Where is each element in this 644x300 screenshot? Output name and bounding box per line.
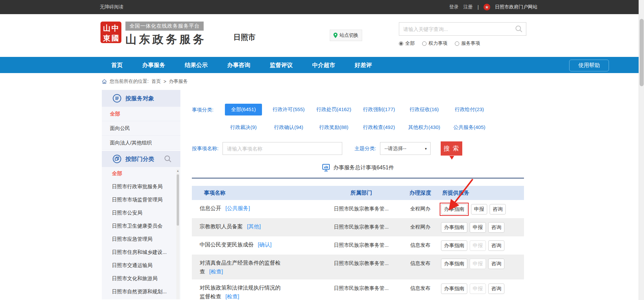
dept-item[interactable]: 日照市卫生健康委员会 — [102, 220, 180, 233]
help-button[interactable]: 使用帮助 — [569, 60, 609, 71]
guide-button[interactable]: 办事指南 — [441, 204, 467, 214]
sidebar-scroll-thumb[interactable] — [177, 174, 179, 226]
table-row: 对清真食品生产经营条件的监督检查 [检查] 日照市民族宗教事务管... 信息发布… — [192, 255, 524, 279]
sidebar-item-citizen[interactable]: 面向公民 — [102, 121, 180, 136]
brand-title: 山东政务服务 — [125, 32, 206, 47]
guide-button[interactable]: 办事指南 — [441, 284, 467, 294]
topic-select[interactable]: --请选择-- ▼ — [380, 142, 431, 155]
nav-item-supervision[interactable]: 监督评议 — [270, 61, 293, 69]
category-chip[interactable]: 行政征收(16) — [408, 104, 441, 115]
item-tag-link[interactable]: [确认] — [258, 240, 271, 249]
category-chip-all[interactable]: 全部(6451) — [225, 104, 262, 115]
apply-button-disabled: 申报 — [470, 259, 486, 269]
category-chip[interactable]: 行政检查(492) — [361, 122, 397, 133]
sidebar-item-all[interactable]: 全部 — [102, 107, 180, 121]
breadcrumb-current[interactable]: 办事服务 — [169, 78, 188, 85]
nav-item-rating[interactable]: 好差评 — [355, 61, 372, 69]
accessibility-link[interactable]: 无障碍阅读 — [100, 4, 123, 10]
home-icon — [102, 79, 107, 84]
dept-item-all[interactable]: 全部 — [102, 167, 180, 180]
login-link[interactable]: 登录 — [449, 4, 459, 10]
scroll-up-arrow-icon[interactable]: ▲ — [176, 169, 179, 173]
search-icon[interactable] — [515, 25, 523, 33]
nav-item-intermediary[interactable]: 中介超市 — [312, 61, 335, 69]
item-tag-link[interactable]: [其他] — [247, 222, 261, 231]
category-chip[interactable]: 公共服务(405) — [451, 122, 487, 133]
item-name-link[interactable]: 中国公民变更民族成份 — [200, 242, 254, 247]
topic-label: 主题分类: — [354, 145, 376, 152]
dept-item[interactable]: 日照市应急管理局 — [102, 233, 180, 246]
scope-service-radio[interactable] — [455, 41, 459, 46]
item-tag-link[interactable]: [检查] — [225, 292, 239, 300]
portal-link[interactable]: 日照市政府门户网站 — [495, 4, 537, 10]
city-name: 日照市 — [233, 32, 256, 42]
breadcrumb: 您当前所在的位置: 首页 > 办事服务 — [102, 73, 188, 90]
apply-button-disabled: 申报 — [470, 240, 486, 251]
category-chip[interactable]: 行政奖励(88) — [317, 122, 351, 133]
dept-item[interactable]: 日照市自然资源和规划... — [102, 285, 180, 298]
scope-power-radio[interactable] — [422, 41, 427, 46]
consult-button[interactable]: 咨询 — [488, 259, 504, 269]
table-header: 事项名称 所属部门 办理深度 所提供服务 — [192, 186, 524, 200]
category-chip[interactable]: 行政确认(94) — [272, 122, 305, 133]
topbar: 无障碍阅读 登录 注册 | ★ 日照市政府门户网站 — [0, 0, 639, 14]
scope-all-radio[interactable] — [399, 41, 403, 46]
item-name-input[interactable] — [223, 142, 342, 155]
category-chip[interactable]: 其他权力(430) — [406, 122, 442, 133]
department-search-icon[interactable] — [164, 155, 172, 163]
consult-button[interactable]: 咨询 — [488, 284, 504, 294]
item-tag-link[interactable]: [公共服务] — [225, 204, 250, 213]
nav-item-services[interactable]: 办事服务 — [142, 61, 165, 69]
dept-item[interactable]: 日照市行政审批服务局 — [102, 180, 180, 193]
search-scope-radios: 全部 权力事项 服务事项 — [399, 40, 480, 46]
nav-item-home[interactable]: 首页 — [111, 61, 123, 69]
page-scrollbar[interactable] — [639, 0, 644, 300]
item-name-link[interactable]: 对民族政策和法律法规执行情况的监督检查 — [200, 285, 281, 299]
nav-item-results[interactable]: 结果公示 — [185, 61, 208, 69]
dept-item[interactable]: 日照市公安局 — [102, 206, 180, 220]
sidebar-scrollbar[interactable]: ▲ — [176, 169, 179, 299]
department-header: 按部门分类 — [102, 150, 180, 167]
consult-button[interactable]: 咨询 — [490, 204, 506, 214]
category-chip[interactable]: 行政裁决(9) — [228, 122, 259, 133]
category-chip[interactable]: 行政给付(23) — [453, 104, 486, 115]
dept-item[interactable]: 日照市住房和城乡建设... — [102, 246, 180, 259]
sidebar: 按服务对象 全部 面向公民 面向法人/其他组织 按部门分类 全部 日照市行政审批… — [102, 90, 180, 300]
item-name-link[interactable]: 信息公开 — [200, 205, 221, 211]
item-depth: 全程网办 — [401, 204, 440, 213]
item-tag-link[interactable]: [检查] — [209, 267, 223, 276]
dept-item[interactable]: 日照市交通运输局 — [102, 259, 180, 272]
scope-service[interactable]: 服务事项 — [455, 40, 480, 46]
guide-button[interactable]: 办事指南 — [441, 222, 467, 233]
guide-button[interactable]: 办事指南 — [441, 240, 467, 251]
search-button[interactable]: 搜 索 — [441, 141, 462, 156]
category-chip[interactable]: 行政处罚(4162) — [314, 104, 353, 115]
scope-power[interactable]: 权力事项 — [422, 40, 447, 46]
service-table: 事项名称 所属部门 办理深度 所提供服务 信息公开 [公共服务] 日照市民族宗教… — [192, 186, 524, 300]
consult-button[interactable]: 咨询 — [488, 240, 504, 251]
guide-button[interactable]: 办事指南 — [441, 259, 467, 269]
item-department: 日照市民族宗教事务管... — [322, 284, 401, 293]
nav-item-consult[interactable]: 办事咨询 — [227, 61, 250, 69]
apply-button[interactable]: 申报 — [471, 204, 487, 214]
consult-button[interactable]: 咨询 — [488, 222, 504, 233]
dept-item[interactable]: 日照市市场监督管理局 — [102, 193, 180, 206]
keyword-search-input[interactable] — [399, 26, 515, 32]
sidebar-item-legal-person[interactable]: 面向法人/其他组织 — [102, 136, 180, 150]
service-object-header: 按服务对象 — [102, 90, 180, 107]
category-chip[interactable]: 行政许可(555) — [270, 104, 306, 115]
chevron-down-icon: ▼ — [424, 147, 427, 151]
breadcrumb-home[interactable]: 首页 — [151, 78, 161, 85]
site-switch-button[interactable]: 站点切换 — [330, 30, 362, 41]
category-chip[interactable]: 行政强制(177) — [361, 104, 397, 115]
register-link[interactable]: 注册 — [463, 4, 473, 10]
item-name-link[interactable]: 宗教教职人员备案 — [200, 224, 243, 229]
item-department: 日照市民族宗教事务管... — [322, 240, 401, 250]
page-scroll-thumb[interactable] — [640, 19, 644, 86]
table-row: 信息公开 [公共服务] 日照市民族宗教事务管... 全程网办 办事指南 申报 咨… — [192, 200, 524, 218]
item-name-filter: 按事项名称: 主题分类: --请选择-- ▼ 搜 索 — [192, 141, 524, 156]
scope-all[interactable]: 全部 — [399, 40, 415, 46]
table-row: 宗教教职人员备案 [其他] 日照市民族宗教事务管... 全程网办 办事指南 申报… — [192, 218, 524, 236]
dept-item[interactable]: 日照市文化和旅游局 — [102, 272, 180, 285]
apply-button[interactable]: 申报 — [470, 222, 486, 233]
